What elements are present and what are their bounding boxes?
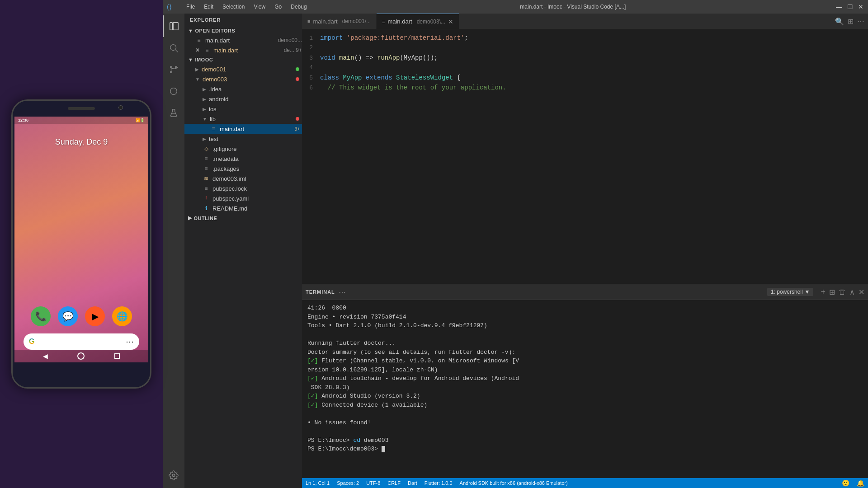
status-language[interactable]: Dart xyxy=(408,480,417,486)
nav-home-btn[interactable] xyxy=(77,352,85,360)
sidebar-item-demo001[interactable]: ▶ demo001 xyxy=(184,64,302,74)
menu-go[interactable]: Go xyxy=(271,3,285,11)
split-editor-icon[interactable]: ⊞ xyxy=(848,17,854,26)
iml-icon: ≋ xyxy=(203,175,210,182)
explorer-icon xyxy=(169,21,179,31)
add-terminal-icon[interactable]: + xyxy=(821,287,826,297)
nav-recents-btn[interactable] xyxy=(114,353,120,359)
gitignore-icon: ◇ xyxy=(203,145,210,152)
menu-edit[interactable]: Edit xyxy=(200,3,217,11)
terminal-line-6: Doctor summary (to see all details, run … xyxy=(307,348,863,357)
tab-main-dart-2[interactable]: ≡ main.dart demo003\... ✕ xyxy=(377,14,459,29)
imooc-section[interactable]: ▼ IMOOC xyxy=(184,55,302,64)
sidebar-item-ios[interactable]: ▶ ios xyxy=(184,104,302,114)
open-editors-section[interactable]: ▼ OPEN EDITORS xyxy=(184,26,302,35)
open-editor-item-2[interactable]: ✕ ≡ main.dart de... 9+ xyxy=(184,45,302,55)
menu-file[interactable]: File xyxy=(183,3,198,11)
google-logo: G xyxy=(29,338,34,346)
terminal-tab-bar: TERMINAL ⋯ 1: powershell ▼ + ⊞ 🗑 ∧ ✕ xyxy=(302,284,868,300)
terminal-more-icon[interactable]: ⋯ xyxy=(339,288,346,296)
status-line-ending[interactable]: CRLF xyxy=(387,480,401,486)
file-icon-tab1: ≡ xyxy=(307,19,310,24)
sidebar-item-lib[interactable]: ▼ lib xyxy=(184,114,302,124)
status-device[interactable]: Android SDK built for x86 (android-x86 E… xyxy=(460,480,568,486)
status-flutter[interactable]: Flutter: 1.0.0 xyxy=(425,480,453,486)
tab-filename-2: main.dart xyxy=(387,18,412,25)
sidebar-item-main-dart[interactable]: ≡ main.dart 9+ xyxy=(184,124,302,134)
settings-gear-icon xyxy=(169,470,179,480)
ios-label: ios xyxy=(209,106,302,113)
status-spaces-label: Spaces: 2 xyxy=(337,480,359,486)
activity-search[interactable] xyxy=(163,37,184,59)
open-editor-item-1[interactable]: ≡ main.dart demo00... xyxy=(184,35,302,45)
tab-actions: 🔍 ⊞ ⋯ xyxy=(831,14,868,29)
sidebar-item-packages[interactable]: ≡ .packages xyxy=(184,164,302,174)
sidebar-item-demo003[interactable]: ▼ demo003 xyxy=(184,74,302,84)
sidebar-item-pubspec-lock[interactable]: ≡ pubspec.lock xyxy=(184,183,302,193)
vscode-window: ⟨⟩ File Edit Selection View Go Debug mai… xyxy=(163,0,868,488)
test-label: test xyxy=(209,136,302,142)
status-encoding[interactable]: UTF-8 xyxy=(366,480,380,486)
activity-flask[interactable] xyxy=(163,102,184,124)
menu-selection[interactable]: Selection xyxy=(219,3,248,11)
menu-debug[interactable]: Debug xyxy=(287,3,310,11)
chevron-right-icon: ▶ xyxy=(195,67,199,72)
file-icon: ≡ xyxy=(195,37,203,43)
activity-bar xyxy=(163,14,184,488)
notifications-icon[interactable]: 🔔 xyxy=(857,479,864,487)
chevron-right-icon-2: ▶ xyxy=(203,87,206,92)
sidebar-item-test[interactable]: ▶ test xyxy=(184,134,302,144)
status-spaces[interactable]: Spaces: 2 xyxy=(337,480,359,486)
sidebar-item-pubspec-yaml[interactable]: ! pubspec.yaml xyxy=(184,193,302,203)
sidebar-item-gitignore[interactable]: ◇ .gitignore xyxy=(184,144,302,154)
phone-app-icons: 📞 💬 ▶ 🌐 xyxy=(14,306,148,326)
activity-extensions[interactable] xyxy=(163,80,184,102)
close-editor-icon[interactable]: ✕ xyxy=(195,47,200,53)
demo001-status-dot xyxy=(296,67,299,71)
terminal-shell-selector[interactable]: 1: powershell ▼ xyxy=(767,288,814,296)
sidebar-item-idea[interactable]: ▶ .idea xyxy=(184,84,302,94)
maximize-button[interactable]: ☐ xyxy=(846,3,854,10)
status-position[interactable]: Ln 1, Col 1 xyxy=(306,480,330,486)
activity-explorer[interactable] xyxy=(163,15,184,37)
open-editor-path-2: de... 9+ xyxy=(284,47,302,53)
minimize-button[interactable]: — xyxy=(835,3,843,10)
activity-settings[interactable] xyxy=(163,465,184,486)
sidebar-item-iml[interactable]: ≋ demo003.iml xyxy=(184,174,302,183)
split-terminal-icon[interactable]: ⊞ xyxy=(829,288,835,296)
phone-search-bar[interactable]: G ⋯ xyxy=(24,333,139,350)
tab-main-dart-1[interactable]: ≡ main.dart demo001\... xyxy=(302,14,377,29)
chevron-down-icon-3: ▼ xyxy=(195,77,200,82)
terminal-content[interactable]: 41:26 -0800 Engine • revision 7375a0f414… xyxy=(302,300,868,478)
menu-view[interactable]: View xyxy=(250,3,269,11)
chevron-down-icon-terminal: ▼ xyxy=(805,289,810,295)
code-editor[interactable]: 1 import 'package:flutter/material.dart'… xyxy=(302,29,868,96)
phone-speaker xyxy=(68,107,95,110)
editor-tab-bar: ≡ main.dart demo001\... ≡ main.dart demo… xyxy=(302,14,868,29)
tab-close-icon[interactable]: ✕ xyxy=(448,18,453,25)
collapse-terminal-icon[interactable]: ∧ xyxy=(849,288,855,296)
activity-source-control[interactable] xyxy=(163,59,184,80)
more-actions-icon[interactable]: ⋯ xyxy=(857,17,864,26)
chevron-right-icon-outline: ▶ xyxy=(188,215,192,221)
code-panel: 1 import 'package:flutter/material.dart'… xyxy=(302,29,868,284)
nav-back-btn[interactable]: ◀ xyxy=(43,352,48,360)
search-editor-icon[interactable]: 🔍 xyxy=(835,17,844,26)
file-icon-tab2: ≡ xyxy=(382,19,385,24)
sidebar-item-readme[interactable]: ℹ README.md xyxy=(184,203,302,213)
outline-section[interactable]: ▶ OUTLINE xyxy=(184,213,302,223)
sidebar-item-metadata[interactable]: ≡ .metadata xyxy=(184,154,302,164)
code-line-2: 2 xyxy=(302,43,868,53)
delete-terminal-icon[interactable]: 🗑 xyxy=(839,288,846,296)
status-right-icons: 🙂 🔔 xyxy=(842,479,864,487)
sidebar-item-android[interactable]: ▶ android xyxy=(184,94,302,104)
svg-point-12 xyxy=(172,474,175,477)
terminal-area: TERMINAL ⋯ 1: powershell ▼ + ⊞ 🗑 ∧ ✕ xyxy=(302,284,868,478)
packages-icon: ≡ xyxy=(203,165,210,172)
editor-terminal-split: 1 import 'package:flutter/material.dart'… xyxy=(302,29,868,478)
close-terminal-icon[interactable]: ✕ xyxy=(859,288,864,296)
terminal-line-3: Tools • Dart 2.1.0 (build 2.1.0-dev.9.4 … xyxy=(307,321,863,330)
close-button[interactable]: ✕ xyxy=(857,3,864,10)
lib-label: lib xyxy=(210,116,293,122)
feedback-icon[interactable]: 🙂 xyxy=(842,479,849,487)
